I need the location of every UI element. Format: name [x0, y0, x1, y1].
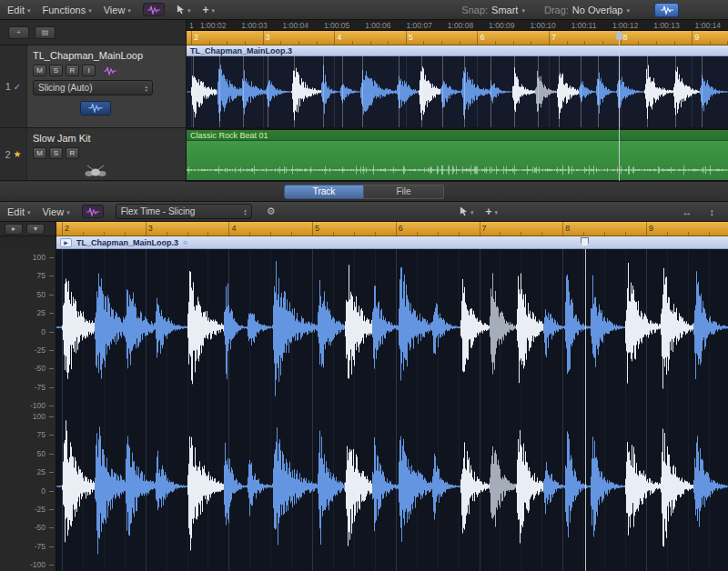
- flex-waveform-icon: [87, 100, 104, 116]
- track-name[interactable]: TL_Chapman_MainLoop: [33, 50, 180, 61]
- track-name[interactable]: Slow Jam Kit: [33, 133, 180, 144]
- add-track-button[interactable]: +: [8, 26, 29, 39]
- editor-tabbar: Track File: [0, 182, 728, 202]
- tab-file[interactable]: File: [364, 185, 444, 199]
- mute-button[interactable]: M: [33, 65, 46, 76]
- flex-marker[interactable]: [581, 237, 589, 247]
- main-toolbar: Edit ▾ Functions ▾ View ▾ ▾ + ▾ Sna: [0, 0, 728, 20]
- chevron-down-icon: ▾: [211, 7, 215, 14]
- record-button[interactable]: R: [66, 65, 79, 76]
- editor-options-button[interactable]: ▾: [26, 224, 45, 235]
- track-header-content: Slow Jam Kit M S R: [27, 128, 186, 180]
- flex-mode-value: Slicing (Auto): [38, 83, 92, 93]
- region-main-loop[interactable]: TL_Chapman_MainLoop.3: [187, 45, 728, 127]
- editor-waveform[interactable]: [56, 249, 728, 571]
- track-header-2[interactable]: 2 ★ Slow Jam Kit M S R: [0, 128, 186, 181]
- editor-bar-ruler[interactable]: 23456789: [56, 222, 728, 236]
- track-lane-1: TL_Chapman_MainLoop.3: [187, 45, 728, 129]
- crosshair-tool-icon: +: [202, 5, 208, 15]
- record-button[interactable]: R: [66, 147, 79, 159]
- track-flex-enable-button[interactable]: [80, 101, 111, 115]
- tab-track[interactable]: Track: [284, 185, 364, 199]
- editor-region-strip: ▶ TL_Chapman_MainLoop.3 ○: [0, 236, 728, 249]
- menu-view[interactable]: View ▾: [104, 5, 131, 15]
- solo-button[interactable]: S: [49, 147, 63, 159]
- stepper-icon: ▴▾: [145, 85, 147, 92]
- flex-waveform-icon: [86, 204, 100, 220]
- editor-ruler-corner: ▸ ▾: [0, 222, 56, 236]
- editor-flex-mode-dropdown[interactable]: Flex Time - Slicing ▴▾: [116, 204, 252, 219]
- main-loop-waveform[interactable]: [187, 56, 728, 127]
- main-bar-ruler[interactable]: 23456789: [187, 31, 728, 45]
- menu-edit[interactable]: Edit ▾: [7, 5, 30, 15]
- editor-region-name: TL_Chapman_MainLoop.3: [76, 238, 178, 247]
- editor-left-click-tool-menu[interactable]: ▾: [460, 204, 474, 220]
- time-ruler[interactable]: 11:00:021:00:031:00:041:00:051:00:061:00…: [187, 20, 728, 31]
- chevron-down-icon: ▾: [626, 7, 630, 14]
- track-number: 2: [5, 149, 10, 160]
- track-header-content: TL_Chapman_MainLoop M S R I Slicing (Aut…: [27, 45, 186, 127]
- drag-menu[interactable]: Drag: No Overlap ▾: [544, 5, 630, 15]
- editor-settings-icon[interactable]: ⚙: [264, 205, 278, 217]
- tracks-lane-area: 11:00:021:00:031:00:041:00:051:00:061:00…: [187, 20, 728, 182]
- drum-loop-waveform[interactable]: [187, 141, 728, 179]
- track-number-strip: 2 ★: [0, 128, 27, 180]
- strip-corner: [0, 236, 56, 249]
- menu-view-label: View: [104, 5, 126, 15]
- catch-playhead-button[interactable]: ▸: [5, 224, 23, 235]
- editor-region-header[interactable]: ▶ TL_Chapman_MainLoop.3 ○: [56, 236, 728, 249]
- menu-functions-label: Functions: [42, 5, 86, 15]
- flex-marker-line: [585, 249, 586, 571]
- chevron-down-icon: ▾: [521, 7, 525, 14]
- snap-label: Snap:: [461, 5, 488, 15]
- loop-icon[interactable]: ○: [183, 238, 187, 246]
- track-header-column: + ▤ 1 ✓ TL_Chapman_MainLoop M S R I: [0, 20, 187, 182]
- flex-waveform-icon: [660, 2, 674, 18]
- drag-value: No Overlap: [572, 5, 623, 15]
- region-title: Classic Rock Beat 01: [187, 130, 728, 141]
- menu-edit-label: Edit: [7, 5, 25, 15]
- playhead[interactable]: [619, 31, 620, 181]
- cmd-click-tool-menu[interactable]: + ▾: [202, 5, 215, 15]
- flex-view-button[interactable]: [654, 3, 679, 17]
- track-star-icon: ★: [14, 149, 22, 159]
- chevron-down-icon: ▾: [187, 7, 191, 14]
- region-drum-loop[interactable]: Classic Rock Beat 01: [187, 130, 728, 180]
- chevron-down-icon: ▾: [27, 7, 31, 14]
- left-click-tool-menu[interactable]: ▾: [177, 2, 191, 18]
- stepper-icon: ▴▾: [244, 208, 247, 215]
- track-buttons: M S R: [33, 147, 180, 159]
- editor-cmd-click-tool-menu[interactable]: + ▾: [486, 206, 499, 217]
- track-buttons: M S R I: [33, 65, 180, 76]
- flex-mode-dropdown[interactable]: Slicing (Auto) ▴▾: [33, 80, 153, 95]
- input-monitor-button[interactable]: I: [82, 65, 96, 76]
- audio-track-editor: Track File Edit ▾ View ▾ Flex Time - Sli…: [0, 182, 728, 571]
- solo-button[interactable]: S: [49, 65, 63, 76]
- prelisten-icon[interactable]: ▶: [60, 238, 72, 247]
- chevron-down-icon: ▾: [88, 7, 92, 14]
- horizontal-zoom-icon[interactable]: ↔: [680, 206, 695, 217]
- track-number-strip: 1 ✓: [0, 45, 27, 127]
- pointer-tool-icon: [460, 204, 468, 220]
- track-header-1[interactable]: 1 ✓ TL_Chapman_MainLoop M S R I Slicing …: [0, 45, 186, 128]
- editor-menu-view[interactable]: View ▾: [42, 206, 69, 217]
- editor-ruler-row: ▸ ▾ 23456789: [0, 222, 728, 236]
- editor-flex-button[interactable]: [82, 205, 104, 218]
- logic-window: Edit ▾ Functions ▾ View ▾ ▾ + ▾ Sna: [0, 0, 728, 571]
- drum-kit-icon: [84, 164, 180, 177]
- pointer-tool-icon: [177, 2, 185, 18]
- show-flex-button[interactable]: [143, 3, 165, 16]
- playhead-handle[interactable]: [616, 32, 622, 40]
- flex-mode-value: Flex Time - Slicing: [121, 206, 196, 216]
- editor-menu-edit[interactable]: Edit ▾: [7, 206, 30, 217]
- menu-view-label: View: [42, 206, 64, 217]
- snap-menu[interactable]: Snap: Smart ▾: [461, 5, 525, 15]
- editor-toolbar: Edit ▾ View ▾ Flex Time - Slicing ▴▾ ⚙: [0, 202, 728, 222]
- vertical-zoom-icon[interactable]: ↕: [707, 206, 718, 217]
- track-library-button[interactable]: ▤: [35, 26, 56, 39]
- mute-button[interactable]: M: [33, 147, 46, 159]
- drag-label: Drag:: [544, 5, 569, 15]
- crosshair-tool-icon: +: [486, 206, 492, 217]
- chevron-down-icon: ▾: [495, 209, 499, 215]
- menu-functions[interactable]: Functions ▾: [42, 5, 91, 15]
